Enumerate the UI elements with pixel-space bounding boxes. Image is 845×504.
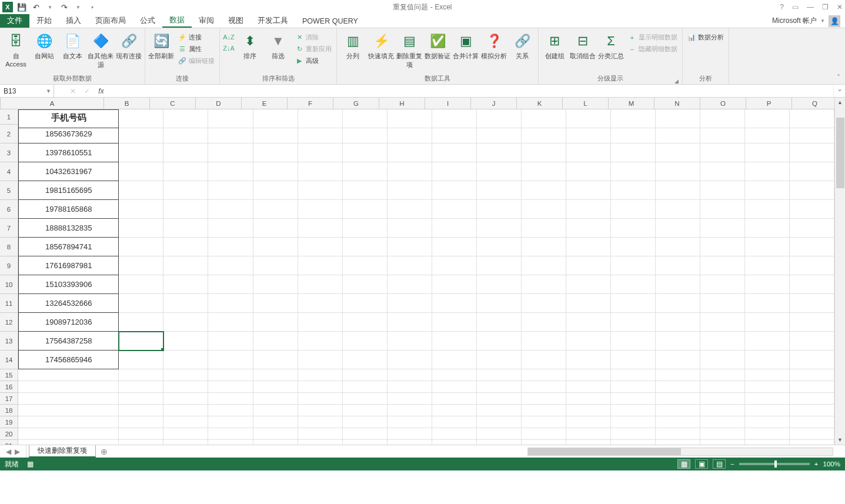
- cell[interactable]: [18, 393, 119, 405]
- cell[interactable]: [208, 275, 253, 294]
- cell[interactable]: [745, 405, 790, 416]
- zoom-in-button[interactable]: +: [814, 460, 819, 468]
- redo-dropdown-icon[interactable]: ▼: [73, 2, 84, 12]
- cell[interactable]: [163, 369, 208, 381]
- cell[interactable]: [700, 275, 745, 294]
- cell[interactable]: [253, 256, 298, 275]
- cell[interactable]: [18, 369, 119, 381]
- row-header[interactable]: 5: [0, 181, 18, 200]
- qat-customize-icon[interactable]: ▾: [87, 2, 98, 12]
- data-validation-button[interactable]: ✅数据验证: [424, 31, 451, 62]
- cell[interactable]: [388, 351, 432, 369]
- column-header[interactable]: P: [746, 98, 792, 109]
- cell[interactable]: 17564387258: [18, 332, 119, 351]
- cell[interactable]: 13978610551: [18, 143, 119, 162]
- cell[interactable]: [656, 428, 700, 440]
- cell[interactable]: [298, 351, 343, 369]
- add-sheet-button[interactable]: ⊕: [96, 445, 112, 458]
- row-header[interactable]: 1: [0, 109, 18, 125]
- cell[interactable]: [208, 313, 253, 332]
- cell[interactable]: [477, 428, 522, 440]
- minimize-icon[interactable]: —: [807, 3, 814, 11]
- cell[interactable]: [119, 416, 163, 428]
- normal-view-icon[interactable]: ▦: [677, 459, 690, 469]
- dialog-launcher-icon[interactable]: ◢: [674, 78, 679, 84]
- cell[interactable]: [656, 219, 700, 238]
- cell[interactable]: [163, 181, 208, 200]
- cell[interactable]: [343, 369, 388, 381]
- cell[interactable]: [700, 181, 745, 200]
- column-header[interactable]: N: [654, 98, 700, 109]
- cell[interactable]: [477, 405, 522, 416]
- cell[interactable]: [343, 405, 388, 416]
- row-header[interactable]: 16: [0, 381, 18, 393]
- cell[interactable]: [522, 200, 566, 219]
- cell[interactable]: [343, 294, 388, 313]
- cell[interactable]: [477, 416, 522, 428]
- cell[interactable]: [298, 294, 343, 313]
- undo-dropdown-icon[interactable]: ▼: [45, 2, 55, 12]
- cell[interactable]: [208, 162, 253, 181]
- cell[interactable]: [18, 381, 119, 393]
- column-header[interactable]: O: [700, 98, 746, 109]
- cell[interactable]: [432, 162, 477, 181]
- cell[interactable]: [343, 313, 388, 332]
- cell[interactable]: [700, 428, 745, 440]
- cell[interactable]: [253, 275, 298, 294]
- cell[interactable]: [119, 428, 163, 440]
- column-header[interactable]: D: [196, 98, 242, 109]
- cell[interactable]: [163, 238, 208, 256]
- cell[interactable]: [208, 332, 253, 351]
- cell[interactable]: [163, 416, 208, 428]
- row-header[interactable]: 20: [0, 428, 18, 440]
- cell[interactable]: [119, 181, 163, 200]
- cell[interactable]: [163, 428, 208, 440]
- cell[interactable]: [388, 275, 432, 294]
- cell[interactable]: [477, 143, 522, 162]
- cell[interactable]: [611, 181, 656, 200]
- cell[interactable]: [388, 428, 432, 440]
- cell[interactable]: [790, 405, 834, 416]
- cell[interactable]: [566, 125, 611, 143]
- sheet-nav[interactable]: ◀ ▶: [0, 445, 26, 458]
- cell[interactable]: [745, 143, 790, 162]
- cell[interactable]: [522, 275, 566, 294]
- cell[interactable]: [790, 440, 834, 445]
- cell[interactable]: [790, 332, 834, 351]
- cell[interactable]: [432, 416, 477, 428]
- column-header[interactable]: C: [150, 98, 196, 109]
- cell[interactable]: [611, 238, 656, 256]
- horizontal-scrollbar[interactable]: [527, 448, 833, 456]
- cell[interactable]: [119, 143, 163, 162]
- cell[interactable]: [253, 428, 298, 440]
- cancel-formula-icon[interactable]: ✕: [66, 87, 80, 95]
- cell[interactable]: [119, 393, 163, 405]
- tab-formulas[interactable]: 公式: [133, 14, 162, 28]
- cell[interactable]: [477, 440, 522, 445]
- cell[interactable]: [208, 181, 253, 200]
- row-header[interactable]: 14: [0, 351, 18, 369]
- cell[interactable]: [700, 313, 745, 332]
- cell[interactable]: [566, 381, 611, 393]
- cell[interactable]: [388, 238, 432, 256]
- cell[interactable]: [119, 332, 163, 351]
- cell[interactable]: [790, 381, 834, 393]
- cell[interactable]: [566, 428, 611, 440]
- cell[interactable]: [432, 381, 477, 393]
- row-header[interactable]: 17: [0, 393, 18, 405]
- cell[interactable]: [208, 405, 253, 416]
- sheet-nav-next-icon[interactable]: ▶: [15, 448, 20, 456]
- cell[interactable]: [388, 219, 432, 238]
- row-header[interactable]: 10: [0, 275, 18, 294]
- cell[interactable]: [432, 393, 477, 405]
- sheet-tab-active[interactable]: 快速删除重复项: [29, 445, 96, 458]
- cell[interactable]: [388, 200, 432, 219]
- cell[interactable]: [163, 125, 208, 143]
- cell[interactable]: [119, 219, 163, 238]
- what-if-button[interactable]: ❓模拟分析: [480, 31, 507, 62]
- scrollbar-thumb[interactable]: [836, 118, 844, 188]
- row-header[interactable]: 18: [0, 405, 18, 416]
- show-detail-button[interactable]: +显示明细数据: [626, 32, 680, 43]
- cell[interactable]: [656, 200, 700, 219]
- enter-formula-icon[interactable]: ✓: [80, 87, 94, 95]
